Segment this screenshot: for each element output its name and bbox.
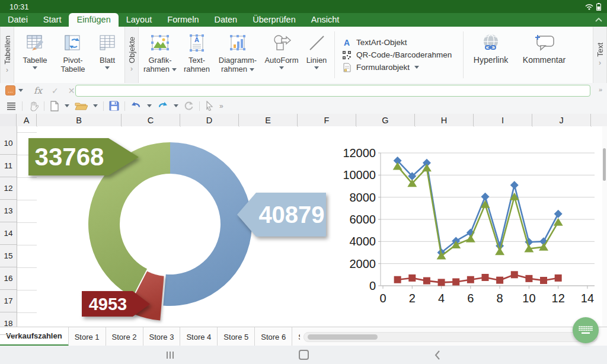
dropdown-arrow: [279, 66, 284, 69]
row-header-12[interactable]: 12: [0, 177, 17, 200]
y-tick-label: 6000: [350, 213, 376, 226]
sheet-tab-store-3[interactable]: Store 3: [143, 327, 181, 346]
grafikrahmen-button[interactable]: Grafik- rahmen: [141, 27, 179, 83]
refresh-icon[interactable]: [184, 101, 194, 111]
column-header-H[interactable]: H: [415, 114, 474, 126]
qr-code-barcoderahmen-item[interactable]: QR-Code-/Barcoderahmen: [342, 50, 456, 60]
dropdown-arrow[interactable]: [65, 104, 69, 107]
formula-input[interactable]: [75, 85, 590, 97]
tabelle-button[interactable]: Tabelle: [17, 27, 53, 83]
row-header-13[interactable]: 13: [0, 200, 17, 222]
autoform-button[interactable]: AutoForm: [261, 27, 302, 83]
dropdown-arrow[interactable]: [174, 104, 178, 107]
clock: 10:31: [9, 2, 29, 11]
y-tick-label: 10000: [343, 168, 376, 181]
column-header-D[interactable]: D: [180, 114, 239, 126]
sheet-tab-store-4[interactable]: Store 4: [180, 327, 218, 346]
marker: [555, 274, 562, 282]
marker: [496, 277, 503, 284]
open-folder-icon[interactable]: [75, 101, 88, 111]
sheet-tab-store-7[interactable]: Store 7: [292, 327, 300, 346]
row-header-10[interactable]: 10: [0, 132, 17, 155]
text-frame-icon: A: [187, 31, 207, 56]
column-header-E[interactable]: E: [239, 114, 298, 126]
ribbon-tab-layout[interactable]: Layout: [119, 13, 160, 27]
row-header-11[interactable]: 11: [0, 155, 17, 177]
dropdown-arrow[interactable]: [93, 104, 98, 107]
collapse-ribbon-icon[interactable]: [595, 14, 602, 27]
sheet-tab-store-5[interactable]: Store 5: [218, 327, 255, 346]
row-header-17[interactable]: 17: [0, 290, 17, 312]
ribbon-tab-formeln[interactable]: Formeln: [159, 13, 206, 27]
linien-button[interactable]: Linien: [302, 27, 331, 83]
name-box[interactable]: …: [5, 85, 23, 95]
horizontal-scrollbar-thumb[interactable]: [308, 334, 378, 340]
hyperlink-globe-icon: [479, 31, 503, 56]
formularobjekt-item[interactable]: Formularobjekt: [342, 63, 456, 72]
textart-objekt-item[interactable]: A TextArt-Objekt: [342, 38, 456, 47]
marker: [467, 276, 474, 283]
kommentar-button[interactable]: Kommentar: [515, 27, 574, 83]
overflow-chevron-icon[interactable]: »: [219, 102, 223, 110]
save-icon[interactable]: [109, 101, 119, 111]
column-header-G[interactable]: G: [356, 114, 415, 126]
menu-lines-icon[interactable]: [6, 102, 17, 110]
x-tick-label: 2: [409, 292, 416, 305]
x-tick-label: 6: [467, 292, 474, 305]
redo-icon[interactable]: [157, 101, 168, 111]
ribbon-tab-datei[interactable]: Datei: [0, 13, 36, 27]
undo-icon[interactable]: [130, 101, 142, 111]
textrahmen-button[interactable]: A Text- rahmen: [179, 27, 215, 83]
keyboard-fab-button[interactable]: [573, 317, 599, 343]
group-objekte: Grafik- rahmen A Text- rahmen Diagramm- …: [139, 27, 333, 83]
recent-apps-icon[interactable]: [164, 346, 177, 364]
pivot-tabelle-button[interactable]: Pivot- Tabelle: [53, 27, 92, 83]
ribbon-tab-daten[interactable]: Daten: [206, 13, 245, 27]
x-tick-label: 10: [522, 292, 535, 305]
row-header-18[interactable]: 18: [0, 312, 17, 335]
battery-icon: [596, 3, 601, 11]
column-header-F[interactable]: F: [298, 114, 356, 126]
select-all-corner[interactable]: [0, 114, 17, 126]
spreadsheet-grid[interactable]: 101112131415161718 408794953337680200040…: [0, 126, 607, 327]
vertical-scrollbar-thumb[interactable]: [603, 148, 606, 181]
ribbon-tab-bar: DateiStartEinfügenLayoutFormelnDatenÜber…: [0, 13, 607, 27]
row-header-16[interactable]: 16: [0, 267, 17, 290]
column-header-A[interactable]: A: [17, 114, 37, 126]
dropdown-arrow[interactable]: [147, 104, 152, 107]
cancel-icon[interactable]: ✕: [68, 86, 75, 95]
column-header-J[interactable]: J: [532, 114, 591, 126]
column-header-I[interactable]: I: [474, 114, 532, 126]
home-icon[interactable]: [298, 346, 309, 364]
back-icon[interactable]: [432, 346, 443, 364]
group-tab-objekte[interactable]: Objekte ›: [124, 27, 139, 83]
overflow-chevron-icon[interactable]: »: [599, 86, 602, 93]
ribbon-tab-start[interactable]: Start: [36, 13, 69, 27]
sheet-tab-store-2[interactable]: Store 2: [106, 327, 143, 346]
ribbon-tab-einfügen[interactable]: Einfügen: [69, 13, 118, 27]
column-header-B[interactable]: B: [37, 114, 122, 126]
hyperlink-button[interactable]: Hyperlink: [467, 27, 515, 83]
new-document-icon[interactable]: [50, 101, 59, 111]
horizontal-scrollbar[interactable]: [304, 332, 598, 342]
group-tab-tabellen[interactable]: Tabellen ›: [0, 27, 14, 83]
pointer-icon[interactable]: [205, 101, 214, 111]
dropdown-arrow: [414, 66, 419, 69]
sheet-tab-store-1[interactable]: Store 1: [69, 327, 106, 346]
row-header-14[interactable]: 14: [0, 222, 17, 245]
ribbon-tab-überprüfen[interactable]: Überprüfen: [245, 13, 304, 27]
vertical-scrollbar[interactable]: [602, 126, 607, 327]
diagrammrahmen-button[interactable]: Diagramm- rahmen: [215, 27, 261, 83]
column-header-C[interactable]: C: [122, 114, 180, 126]
confirm-icon[interactable]: ✓: [52, 86, 59, 95]
dropdown-arrow: [18, 89, 23, 92]
insert-function-icon[interactable]: fx: [34, 85, 42, 96]
ribbon-tab-ansicht[interactable]: Ansicht: [304, 13, 347, 27]
row-header-15[interactable]: 15: [0, 245, 17, 267]
sheet-tab-store-6[interactable]: Store 6: [255, 327, 292, 346]
x-tick-label: 0: [379, 292, 386, 305]
pan-hand-icon[interactable]: [28, 101, 39, 111]
blatt-button[interactable]: Blatt: [92, 27, 122, 83]
group-tab-text[interactable]: Text ›: [593, 27, 607, 83]
y-tick-label: 4000: [350, 235, 376, 248]
